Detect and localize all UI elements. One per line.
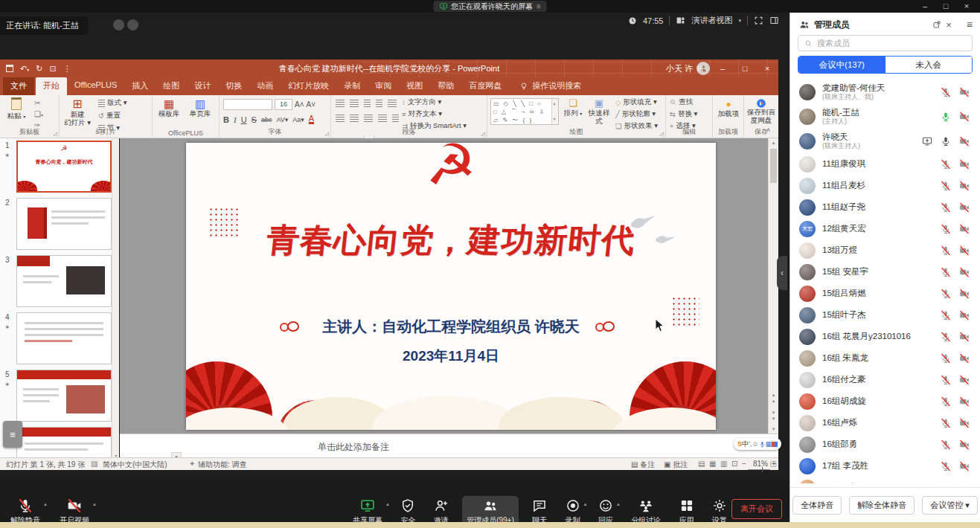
chevron-up-icon[interactable]: ▲ bbox=[43, 502, 48, 506]
member-row[interactable]: 16组胡成旋 bbox=[790, 390, 980, 412]
bold-icon[interactable]: B bbox=[223, 115, 229, 124]
increase-indent-icon[interactable] bbox=[376, 100, 382, 107]
ribbon-tab-1[interactable]: 文件 bbox=[3, 77, 34, 95]
new-slide-button[interactable]: ⊞ 新建幻灯片 ▾ bbox=[63, 97, 92, 127]
mic-off-icon[interactable] bbox=[941, 267, 951, 277]
next-slide-icon[interactable]: ▾▾ bbox=[769, 410, 778, 422]
ribbon-tab-12[interactable]: 视图 bbox=[399, 77, 430, 95]
mic-off-icon[interactable] bbox=[941, 418, 951, 428]
camera-off-icon[interactable] bbox=[959, 87, 970, 97]
redo-icon[interactable]: ↻ bbox=[36, 64, 42, 74]
popout-icon[interactable] bbox=[932, 20, 941, 29]
member-row[interactable]: 13组万煜 bbox=[790, 239, 980, 261]
ribbon-tab-2[interactable]: 开始 bbox=[36, 77, 67, 95]
slide-thumbnail-5[interactable]: 5✶ bbox=[0, 367, 118, 425]
shape-fill-button[interactable]: ◇形状填充 ▾ bbox=[615, 97, 658, 107]
comments-toggle[interactable]: ▣ 批注 bbox=[664, 460, 688, 470]
member-row[interactable]: 党建助管-何佳天(联席主持人、我) bbox=[790, 80, 980, 104]
member-row[interactable]: 15组叶子杰 bbox=[790, 304, 980, 326]
thumbnail-image[interactable] bbox=[16, 312, 112, 364]
ribbon-tab-8[interactable]: 动画 bbox=[249, 77, 281, 95]
slide-canvas[interactable]: ☭ 青春心向党，建功新时代 主讲人：自动化工程学院组织员 许晓天 2023年11… bbox=[186, 143, 716, 430]
camera-off-icon[interactable] bbox=[959, 353, 970, 364]
member-row[interactable]: 能机-王喆(主持人) bbox=[790, 104, 980, 129]
ribbon-tab-9[interactable]: 幻灯片放映 bbox=[281, 77, 336, 95]
member-row[interactable]: 11组康俊琪 bbox=[790, 153, 980, 175]
strikethrough-icon[interactable]: S bbox=[252, 115, 257, 124]
member-row[interactable]: 11组吕麦杉 bbox=[790, 175, 980, 196]
save-to-baidu-button[interactable]: 保存到百度网盘 bbox=[746, 98, 776, 125]
single-page-library-button[interactable]: ▥ 单页库 bbox=[185, 97, 215, 118]
ppt-close-button[interactable]: × bbox=[756, 59, 778, 77]
thumbnail-image[interactable] bbox=[16, 427, 112, 460]
thumbnail-scrollbar[interactable]: ▾ bbox=[112, 138, 119, 460]
member-row[interactable]: 16组卢烁 bbox=[790, 412, 980, 434]
thumbnail-image[interactable]: ☭青春心向党，建功新时代 bbox=[16, 141, 112, 193]
member-tab-2[interactable]: 未入会 bbox=[885, 57, 973, 73]
shape-outline-button[interactable]: ╱形状轮廓 ▾ bbox=[615, 109, 658, 119]
reset-button[interactable]: ↺重置 bbox=[98, 111, 126, 120]
ribbon-display-options-icon[interactable]: ⊞ bbox=[689, 59, 711, 77]
close-panel-icon[interactable]: × bbox=[946, 19, 952, 30]
ribbon-tab-4[interactable]: 插入 bbox=[124, 77, 156, 95]
scrollbar-thumb[interactable] bbox=[770, 149, 777, 183]
ime-emoji-icon[interactable]: ☺ bbox=[752, 440, 759, 448]
panel-menu-icon[interactable]: ≡ bbox=[967, 19, 973, 30]
align-left-icon[interactable] bbox=[336, 115, 345, 122]
copy-icon[interactable]: ❏▾ bbox=[34, 110, 43, 118]
member-row[interactable]: 15组 安星宇 bbox=[790, 261, 980, 283]
thumbnail-image[interactable] bbox=[16, 370, 112, 422]
mic-off-icon[interactable] bbox=[941, 461, 951, 471]
restore-button[interactable]: □ bbox=[935, 0, 956, 13]
zoom-out-icon[interactable]: − bbox=[742, 460, 746, 468]
chevron-up-icon[interactable]: ▲ bbox=[92, 502, 97, 506]
camera-off-icon[interactable] bbox=[959, 310, 970, 321]
watching-banner[interactable]: 您正在观看许晓天的屏幕 ≡ bbox=[433, 1, 547, 12]
undo-icon[interactable]: ↶▾ bbox=[20, 64, 29, 74]
mic-icon[interactable] bbox=[941, 136, 951, 147]
sharing-screen-icon[interactable] bbox=[922, 136, 932, 147]
align-right-icon[interactable] bbox=[364, 115, 373, 122]
ime-skin-icon[interactable]: ▦ bbox=[765, 440, 772, 448]
thumbnail-image[interactable] bbox=[16, 255, 112, 307]
slide-sorter-icon[interactable]: ▦ bbox=[709, 460, 716, 468]
camera-off-icon[interactable] bbox=[959, 332, 970, 342]
scroll-up-icon[interactable]: ▴ bbox=[769, 140, 778, 146]
slideshow-view-icon[interactable]: ⊡ bbox=[731, 460, 737, 468]
mic-off-icon[interactable] bbox=[941, 332, 951, 342]
align-center-icon[interactable] bbox=[350, 115, 359, 122]
ghost-button[interactable] bbox=[113, 19, 124, 30]
camera-off-icon[interactable] bbox=[959, 245, 970, 256]
dialog-launcher-icon[interactable]: ◿ bbox=[325, 131, 329, 137]
mic-off-icon[interactable] bbox=[941, 245, 951, 256]
unmute-all-button[interactable]: 解除全体静音 bbox=[849, 496, 915, 515]
ime-mode-icon[interactable]: 中 bbox=[742, 440, 749, 449]
camera-off-icon[interactable] bbox=[959, 181, 970, 191]
italic-icon[interactable]: I bbox=[234, 115, 237, 124]
camera-off-icon[interactable] bbox=[959, 440, 970, 450]
mic-off-icon[interactable] bbox=[941, 224, 951, 234]
clear-format-icon[interactable]: abc bbox=[261, 116, 272, 123]
mic-off-icon[interactable] bbox=[941, 181, 951, 191]
columns-icon[interactable] bbox=[392, 115, 399, 122]
fit-slide-icon[interactable]: ▢ bbox=[770, 460, 777, 468]
notes-toggle[interactable]: ▤ 备注 bbox=[631, 460, 655, 470]
accessibility-status[interactable]: 辅助功能: 调查 bbox=[198, 460, 247, 470]
ribbon-tab-10[interactable]: 录制 bbox=[336, 77, 368, 95]
mic-off-icon[interactable] bbox=[941, 310, 951, 321]
find-button[interactable]: 查找 bbox=[670, 97, 697, 107]
mic-off-icon[interactable] bbox=[941, 483, 951, 484]
char-spacing-icon[interactable]: AV▾ bbox=[276, 116, 288, 123]
replace-button[interactable]: ⇆替换 ▾ bbox=[670, 109, 697, 119]
member-row[interactable]: 16组 朱胤龙 bbox=[790, 347, 980, 369]
camera-off-icon[interactable] bbox=[959, 224, 970, 234]
font-name-select[interactable] bbox=[223, 99, 272, 110]
normal-view-icon[interactable]: ▤ bbox=[698, 460, 705, 468]
mute-all-button[interactable]: 全体静音 bbox=[792, 496, 842, 515]
chevron-up-icon[interactable]: ▲ bbox=[583, 502, 588, 506]
reading-view-icon[interactable]: ▥ bbox=[720, 460, 727, 468]
mic-off-icon[interactable] bbox=[941, 353, 951, 364]
text-direction-button[interactable]: ↕文字方向 ▾ bbox=[402, 97, 467, 107]
mic-off-icon[interactable] bbox=[941, 396, 951, 407]
collapse-ribbon-icon[interactable]: ˄ bbox=[766, 126, 770, 134]
